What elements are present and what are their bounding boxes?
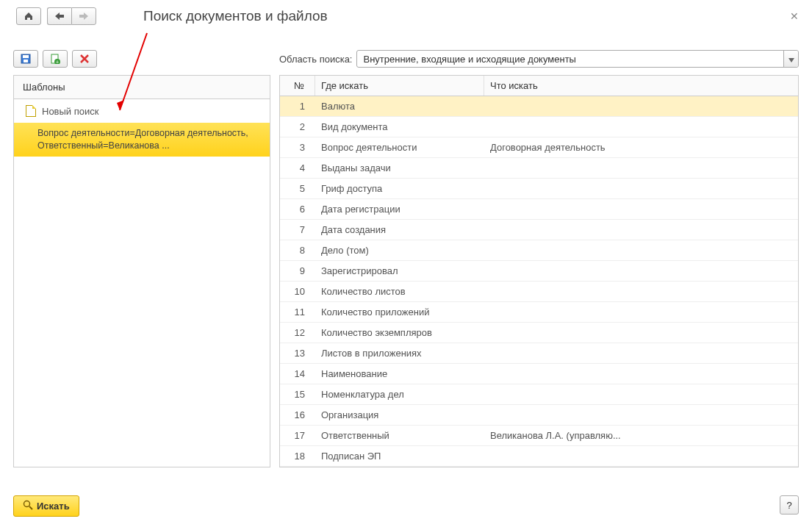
home-icon: [23, 10, 35, 22]
criteria-row-what: [484, 96, 798, 116]
page-title: Поиск документов и файлов: [143, 8, 328, 24]
svg-text:+: +: [56, 60, 59, 64]
template-label: Новый поиск: [42, 106, 98, 117]
criteria-row-what: [484, 261, 798, 281]
criteria-row[interactable]: 9Зарегистрировал: [280, 261, 798, 282]
magnifier-icon: [23, 500, 33, 512]
criteria-row-number: 14: [280, 364, 315, 384]
criteria-row-where: Дата создания: [315, 220, 484, 240]
template-new-search[interactable]: Новый поиск: [14, 99, 270, 123]
criteria-row-what: [484, 384, 798, 404]
criteria-row-where: Наименование: [315, 364, 484, 384]
criteria-row[interactable]: 14Наименование: [280, 364, 798, 384]
criteria-row-what: [484, 158, 798, 178]
criteria-row[interactable]: 17ОтветственныйВеликанова Л.А. (управляю…: [280, 426, 798, 446]
svg-line-9: [29, 506, 32, 509]
search-scope-dropdown[interactable]: Внутренние, входящие и исходящие докумен…: [356, 50, 799, 68]
criteria-row[interactable]: 3Вопрос деятельностиДоговорная деятельно…: [280, 137, 798, 158]
criteria-row-what: [484, 405, 798, 425]
criteria-row[interactable]: 6Дата регистрации: [280, 199, 798, 220]
criteria-row[interactable]: 18Подписан ЭП: [280, 446, 798, 467]
criteria-row-where: Дата регистрации: [315, 199, 484, 219]
criteria-row-number: 13: [280, 343, 315, 363]
criteria-row[interactable]: 10Количество листов: [280, 282, 798, 302]
search-scope-value: Внутренние, входящие и исходящие докумен…: [357, 51, 783, 67]
criteria-row[interactable]: 12Количество экземпляров: [280, 323, 798, 343]
save-icon: [20, 53, 32, 65]
save-template-button[interactable]: [13, 50, 38, 68]
criteria-row-number: 5: [280, 179, 315, 198]
new-template-button[interactable]: +: [43, 50, 68, 68]
criteria-row-where: Ответственный: [315, 426, 484, 445]
criteria-row-number: 6: [280, 199, 315, 219]
criteria-row-number: 9: [280, 261, 315, 281]
criteria-row-number: 12: [280, 323, 315, 343]
criteria-row-where: Листов в приложениях: [315, 343, 484, 363]
criteria-row-where: Валюта: [315, 96, 484, 116]
svg-point-8: [24, 501, 30, 507]
close-button[interactable]: ✕: [790, 10, 799, 22]
criteria-row-number: 7: [280, 220, 315, 240]
delete-template-button[interactable]: [72, 50, 97, 68]
criteria-row-what: [484, 220, 798, 240]
criteria-row[interactable]: 7Дата создания: [280, 220, 798, 240]
criteria-row[interactable]: 2Вид документа: [280, 117, 798, 137]
criteria-row-where: Подписан ЭП: [315, 446, 484, 466]
criteria-row-where: Вопрос деятельности: [315, 137, 484, 157]
criteria-row-where: Организация: [315, 405, 484, 425]
criteria-row-number: 16: [280, 405, 315, 425]
home-button[interactable]: [16, 7, 41, 25]
criteria-header: № Где искать Что искать: [280, 76, 798, 96]
chevron-down-icon: [788, 54, 794, 65]
criteria-row-number: 15: [280, 384, 315, 404]
back-button[interactable]: [47, 7, 71, 25]
criteria-row-number: 3: [280, 137, 315, 157]
criteria-row-what: [484, 364, 798, 384]
criteria-row[interactable]: 1Валюта: [280, 96, 798, 117]
criteria-row-what: [484, 117, 798, 137]
criteria-row-what: Великанова Л.А. (управляю...: [484, 426, 798, 445]
criteria-row[interactable]: 15Номенклатура дел: [280, 384, 798, 405]
criteria-row-what: [484, 343, 798, 363]
criteria-row-what: [484, 199, 798, 219]
criteria-row-where: Количество листов: [315, 282, 484, 301]
search-button[interactable]: Искать: [13, 495, 79, 517]
new-doc-icon: +: [49, 53, 61, 65]
delete-icon: [79, 53, 90, 65]
criteria-row-number: 2: [280, 117, 315, 137]
criteria-row[interactable]: 16Организация: [280, 405, 798, 426]
criteria-row-where: Зарегистрировал: [315, 261, 484, 281]
template-selected-label: Вопрос деятельности=Договорная деятельно…: [37, 128, 248, 151]
criteria-row[interactable]: 13Листов в приложениях: [280, 343, 798, 364]
template-selected[interactable]: Вопрос деятельности=Договорная деятельно…: [14, 123, 270, 157]
criteria-row-what: [484, 302, 798, 322]
criteria-row[interactable]: 8Дело (том): [280, 240, 798, 261]
arrow-left-icon: [54, 10, 65, 22]
criteria-row[interactable]: 11Количество приложений: [280, 302, 798, 323]
criteria-row-number: 18: [280, 446, 315, 466]
criteria-row-where: Дело (том): [315, 240, 484, 260]
criteria-row[interactable]: 4Выданы задачи: [280, 158, 798, 179]
criteria-row-where: Количество экземпляров: [315, 323, 484, 343]
criteria-row-where: Гриф доступа: [315, 179, 484, 198]
criteria-row-what: [484, 179, 798, 198]
criteria-row-where: Вид документа: [315, 117, 484, 137]
svg-rect-3: [23, 55, 29, 58]
document-icon: [26, 105, 36, 117]
criteria-row-what: [484, 240, 798, 260]
help-button[interactable]: ?: [780, 495, 799, 515]
criteria-row-what: [484, 282, 798, 301]
criteria-row-what: [484, 323, 798, 343]
help-button-label: ?: [786, 500, 791, 511]
dropdown-toggle[interactable]: [783, 51, 798, 67]
col-where-header: Где искать: [315, 76, 484, 96]
criteria-row-what: [484, 446, 798, 466]
col-number-header: №: [280, 76, 315, 96]
search-button-label: Искать: [37, 501, 70, 512]
forward-button[interactable]: [71, 7, 96, 25]
arrow-right-icon: [78, 10, 90, 22]
criteria-row[interactable]: 5Гриф доступа: [280, 179, 798, 199]
criteria-row-number: 4: [280, 158, 315, 178]
criteria-row-where: Количество приложений: [315, 302, 484, 322]
criteria-row-what: Договорная деятельность: [484, 137, 798, 157]
